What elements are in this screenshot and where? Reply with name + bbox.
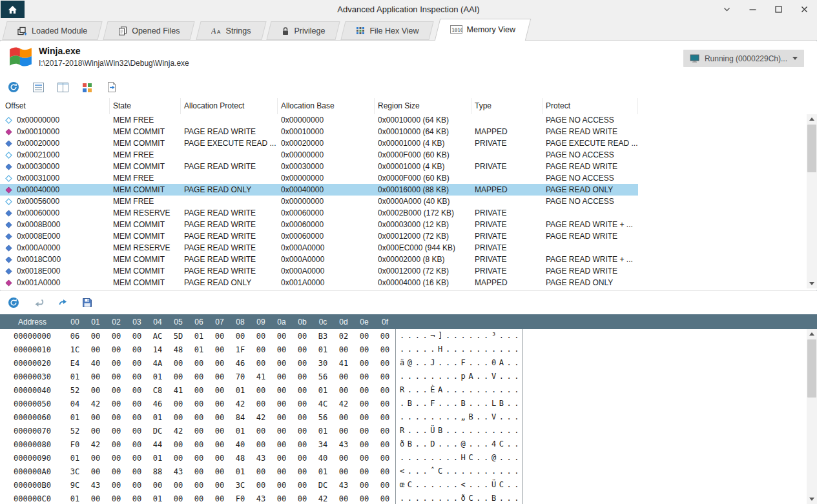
hex-byte: 00 [127, 440, 147, 449]
hex-byte: B3 [313, 332, 333, 341]
state-cell: MEM COMMIT [110, 161, 181, 172]
hex-scroll-down-button[interactable] [807, 494, 817, 504]
hex-byte: 00 [106, 481, 127, 490]
memory-region-row[interactable]: 0x001A0000MEM COMMITPAGE READ ONLY0x001A… [0, 277, 638, 288]
column-header-state[interactable]: State [110, 98, 181, 114]
title-bar: Advanced Application Inspection (AAI) [0, 0, 817, 19]
memory-scrollbar-thumb[interactable] [807, 125, 816, 172]
tab-memory-view[interactable]: 1010Memory View [437, 19, 528, 40]
allocation-protect-cell [181, 172, 278, 184]
refresh-icon [8, 81, 19, 93]
hex-byte: 00 [127, 413, 147, 422]
hex-row[interactable]: 0000004052000000C84100000100000001000000… [0, 383, 807, 397]
type-cell: PRIVATE [471, 137, 543, 149]
memory-region-row[interactable]: 0x00021000MEM FREE0x000000000x0000F000 (… [0, 149, 638, 161]
target-name: Winja.exe [39, 46, 80, 56]
hex-scrollbar[interactable] [807, 329, 817, 504]
region-toolbar [0, 76, 817, 98]
allocation-base-cell: 0x000A0000 [278, 242, 375, 254]
hex-byte: 00 [375, 467, 395, 476]
maximize-button[interactable] [765, 0, 791, 19]
export-regions-button[interactable] [104, 79, 119, 95]
close-button[interactable] [791, 0, 817, 19]
hex-row[interactable]: 0000006001000000010000008442000056000000… [0, 410, 807, 424]
hex-col-address: Address [0, 318, 65, 327]
hex-byte: 00 [209, 440, 230, 449]
tab-loaded-modules[interactable]: Loaded Module [5, 21, 100, 40]
home-button[interactable] [1, 1, 25, 18]
hex-row[interactable]: 0000000006000000AC5D010000000000B3020000… [0, 329, 807, 343]
grid-icon [82, 83, 92, 92]
forward-arrow-icon [57, 297, 68, 308]
hex-row[interactable]: 00000020E44000004A0000004600000030410000… [0, 356, 807, 370]
hex-row[interactable]: 0000007052000000DC4200000100000001000000… [0, 424, 807, 438]
memory-region-row[interactable]: 0x00000000MEM FREE0x000000000x00010000 (… [0, 114, 638, 126]
memory-region-row[interactable]: 0x00020000MEM COMMITPAGE EXECUTE READ ..… [0, 137, 638, 149]
column-header-protect[interactable]: Protect [543, 98, 638, 114]
offset-value: 0x00040000 [17, 185, 59, 194]
memory-region-row[interactable]: 0x000A0000MEM RESERVEPAGE READ WRITE0x00… [0, 242, 638, 254]
memory-region-row[interactable]: 0x00030000MEM COMMITPAGE READ WRITE0x000… [0, 161, 638, 172]
window-controls [714, 0, 817, 19]
hex-byte: 40 [85, 359, 106, 368]
hex-row[interactable]: 000000B09C430000000000003C000000DC430000… [0, 478, 807, 492]
offset-cell: 0x00060000 [0, 207, 110, 219]
region-private-icon [5, 268, 12, 275]
hex-ascii: <...ˆC.......... [395, 465, 523, 478]
hex-byte: 00 [189, 467, 209, 476]
hex-byte: 00 [354, 345, 375, 354]
hex-row[interactable]: 0000003001000000010000007041000056000000… [0, 370, 807, 383]
window-menu-button[interactable] [714, 0, 739, 19]
memory-region-row[interactable]: 0x0018C000MEM COMMITPAGE READ WRITE0x000… [0, 254, 638, 265]
memory-region-row[interactable]: 0x0008E000MEM COMMITPAGE READ WRITE0x000… [0, 230, 638, 242]
memory-scrollbar[interactable] [807, 114, 817, 288]
save-dump-button[interactable] [79, 295, 95, 310]
column-header-allocation-protect[interactable]: Allocation Protect [181, 98, 278, 114]
tab-opened-files[interactable]: Opened Files [105, 21, 192, 40]
refresh-regions-button[interactable] [6, 79, 21, 95]
hex-byte: 00 [375, 372, 395, 381]
allocation-base-cell: 0x00010000 [278, 126, 375, 137]
tab-strings[interactable]: AAStrings [198, 21, 264, 40]
categories-button[interactable] [79, 79, 95, 95]
minimize-button[interactable] [739, 0, 765, 19]
columns-view-button[interactable] [55, 79, 70, 95]
hex-row[interactable]: 000000500442000046000000420000004C420000… [0, 397, 807, 410]
details-view-button[interactable] [30, 79, 46, 95]
hex-byte: 00 [127, 372, 147, 381]
hex-byte: F0 [65, 440, 85, 449]
hex-byte: 00 [354, 359, 375, 368]
refresh-hex-button[interactable] [6, 295, 21, 310]
hex-byte: 00 [106, 454, 127, 463]
memory-region-row[interactable]: 0x00060000MEM RESERVEPAGE READ WRITE0x00… [0, 207, 638, 219]
go-back-button[interactable] [30, 295, 46, 310]
strings-icon: AA [211, 26, 222, 35]
hex-scrollbar-thumb[interactable] [807, 339, 816, 398]
column-header-region-size[interactable]: Region Size [375, 98, 471, 114]
go-forward-button[interactable] [55, 295, 70, 310]
hex-row[interactable]: 000000101C000000144801001F00000001000000… [0, 343, 807, 356]
column-header-offset[interactable]: Offset [0, 98, 110, 114]
memory-scroll-up-button[interactable] [807, 114, 817, 124]
hex-row[interactable]: 00000080F0420000440000004000000034430000… [0, 438, 807, 451]
memory-region-row[interactable]: 0x0008B000MEM COMMITPAGE READ WRITE0x000… [0, 219, 638, 230]
memory-region-row[interactable]: 0x00031000MEM FREE0x000000000x0000F000 (… [0, 172, 638, 184]
hex-byte: F0 [230, 494, 251, 503]
hex-row[interactable]: 0000009001000000010000004843000040000000… [0, 451, 807, 465]
memory-scroll-down-button[interactable] [807, 279, 817, 288]
process-status-button[interactable]: Running (0000229Ch)... [683, 50, 804, 67]
tab-privilege[interactable]: Privilege [269, 21, 338, 40]
column-header-allocation-base[interactable]: Allocation Base [278, 98, 375, 114]
hex-byte: 00 [168, 481, 189, 490]
hex-scroll-up-button[interactable] [807, 329, 817, 339]
memory-region-row[interactable]: 0x00040000MEM COMMITPAGE READ ONLY0x0004… [0, 184, 638, 196]
hex-row[interactable]: 000000C00100000001000000F043000042000000… [0, 492, 807, 504]
column-header-type[interactable]: Type [471, 98, 543, 114]
hex-byte: 00 [85, 413, 106, 422]
memory-region-row[interactable]: 0x0018E000MEM COMMITPAGE READ WRITE0x000… [0, 265, 638, 277]
hex-row[interactable]: 000000A03C000000884300000100000001000000… [0, 465, 807, 478]
memory-region-row[interactable]: 0x00056000MEM FREE0x000000000x0000A000 (… [0, 196, 638, 207]
memory-region-row[interactable]: 0x00010000MEM COMMITPAGE READ WRITE0x000… [0, 126, 638, 137]
hex-address: 00000050 [0, 399, 65, 408]
tab-file-hex-view[interactable]: File Hex View [343, 21, 431, 40]
